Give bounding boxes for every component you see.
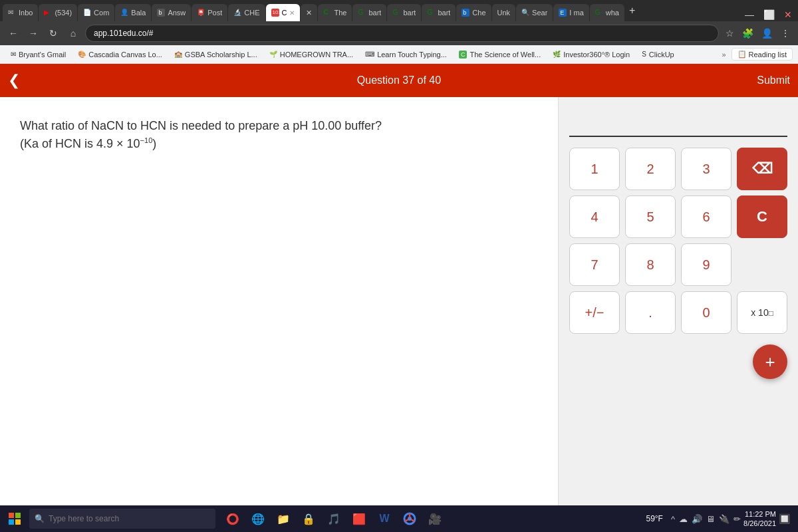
reading-list-button[interactable]: 📋 Reading list <box>732 48 793 61</box>
bookmark-cascadia[interactable]: 🎨 Cascadia Canvas Lo... <box>72 49 168 60</box>
calc-btn-0[interactable]: 0 <box>681 291 732 334</box>
calc-btn-decimal[interactable]: . <box>625 291 676 334</box>
calc-btn-9[interactable]: 9 <box>681 243 732 286</box>
taskbar-app-spotify[interactable]: 🎵 <box>322 507 346 531</box>
question-text: What ratio of NaCN to HCN is needed to p… <box>20 117 538 153</box>
taskbar-app-store[interactable]: 🔒 <box>297 507 321 531</box>
tab-bart2[interactable]: G bart <box>387 4 421 21</box>
taskbar-time: 11:22 PM <box>743 509 776 519</box>
calculator-panel: 1 2 3 ⌫ 4 5 6 C 7 8 9 +/− . 0 x 10□ <box>559 97 798 512</box>
calc-btn-x10[interactable]: x 10□ <box>737 291 787 334</box>
svg-rect-0 <box>9 513 14 518</box>
tab-unk[interactable]: Unk <box>492 4 516 21</box>
taskbar-app-edge[interactable]: 🌐 <box>246 507 270 531</box>
tab-the[interactable]: C The <box>318 4 352 21</box>
bookmark-homegrown[interactable]: 🌱 HOMEGROWN TRA... <box>264 49 358 60</box>
calc-btn-6[interactable]: 6 <box>681 196 732 238</box>
tab-x[interactable]: ✕ <box>301 4 317 21</box>
tab-label-bart2: bart <box>403 9 416 17</box>
bookmark-gmail[interactable]: ✉ Bryant's Gmail <box>5 49 71 60</box>
submit-button[interactable]: Submit <box>757 74 790 86</box>
post-favicon: 📮 <box>197 9 205 17</box>
calc-btn-4[interactable]: 4 <box>569 196 620 238</box>
notification-icon[interactable]: 🔲 <box>779 513 790 524</box>
tab-ima[interactable]: E I ma <box>553 4 589 21</box>
maximize-button[interactable]: ⬜ <box>760 8 778 21</box>
bookmark-science-label: The Science of Well... <box>469 51 541 59</box>
gsba-favicon: 🏫 <box>174 51 182 58</box>
taskbar-app-office[interactable]: 🟥 <box>347 507 371 531</box>
calc-btn-plusminus[interactable]: +/− <box>569 291 620 334</box>
tab-label-youtube: (534) <box>55 9 72 17</box>
tab-bart1[interactable]: G bart <box>352 4 386 21</box>
forward-button[interactable]: → <box>25 25 41 41</box>
bookmark-investor[interactable]: 🌿 Investor360°® Login <box>547 49 635 60</box>
back-button[interactable]: ← <box>5 25 21 41</box>
tab-sear[interactable]: 🔍 Sear <box>516 4 553 21</box>
bookmarks-more[interactable]: » <box>718 49 730 60</box>
bookmark-clickup[interactable]: S ClickUp <box>636 49 680 60</box>
svg-rect-1 <box>15 513 21 518</box>
new-tab-button[interactable]: + <box>625 5 639 17</box>
tab-com[interactable]: 📄 Com <box>78 4 114 21</box>
back-question-button[interactable]: ❮ <box>8 72 20 89</box>
tab-post[interactable]: 📮 Post <box>192 4 227 21</box>
taskbar-app-chrome[interactable] <box>398 507 422 531</box>
calc-btn-3[interactable]: 3 <box>681 148 732 190</box>
reading-list-label: Reading list <box>749 51 787 59</box>
taskbar-sys-icons: ^ ☁ 🔊 🖥 🔌 ✏ <box>671 514 741 524</box>
taskbar-app-cortana[interactable]: ⭕ <box>221 507 245 531</box>
science-favicon: C <box>459 51 467 59</box>
question-line2-start: (Ka of HCN is 4.9 × 10 <box>20 137 140 150</box>
taskbar-right: 59°F ^ ☁ 🔊 🖥 🔌 ✏ 11:22 PM 8/26/2021 🔲 <box>646 509 795 529</box>
question-line2-end: ) <box>152 137 156 150</box>
tab-che2[interactable]: b Che <box>456 4 491 21</box>
calc-btn-5[interactable]: 5 <box>625 196 676 238</box>
browser-menu-button[interactable]: ⋮ <box>778 27 793 40</box>
home-button[interactable]: ⌂ <box>65 25 81 41</box>
network-icon: ^ <box>671 514 675 524</box>
close-button[interactable]: ✕ <box>781 8 795 21</box>
tab-label-bart1: bart <box>368 9 381 17</box>
tab-bart3[interactable]: G bart <box>422 4 456 21</box>
start-button[interactable] <box>3 507 27 531</box>
clickup-favicon: S <box>642 51 646 58</box>
taskbar-app-explorer[interactable]: 📁 <box>271 507 295 531</box>
tab-youtube[interactable]: ▶ (534) <box>39 4 77 21</box>
tab-che[interactable]: 🔬 CHE <box>228 4 265 21</box>
extensions-button[interactable]: 🧩 <box>739 27 756 40</box>
calc-btn-8[interactable]: 8 <box>625 243 676 286</box>
tab-wha[interactable]: G wha <box>590 4 624 21</box>
calc-btn-7[interactable]: 7 <box>569 243 620 286</box>
address-bar: ← → ↻ ⌂ ☆ 🧩 👤 ⋮ <box>0 21 798 45</box>
bookmark-gmail-label: Bryant's Gmail <box>19 51 66 59</box>
taskbar-app-camera[interactable]: 🎥 <box>423 507 447 531</box>
address-input[interactable] <box>85 25 719 42</box>
app-area: ❮ Question 37 of 40 Submit What ratio of… <box>0 64 798 512</box>
browser-action-icons: ☆ 🧩 👤 ⋮ <box>723 27 793 40</box>
calc-btn-clear[interactable]: C <box>737 196 787 238</box>
calc-btn-2[interactable]: 2 <box>625 148 676 190</box>
taskbar-app-word[interactable]: W <box>372 507 396 531</box>
tab-gmail[interactable]: ✉ Inbo <box>3 4 38 21</box>
tab-label-gmail: Inbo <box>19 9 33 17</box>
tab-label-the: The <box>334 9 346 17</box>
bookmark-science[interactable]: C The Science of Well... <box>454 49 546 60</box>
tab-close-101c[interactable]: ✕ <box>289 9 295 17</box>
tab-label-wha: wha <box>606 9 619 17</box>
calc-add-button[interactable]: + <box>753 344 787 379</box>
refresh-button[interactable]: ↻ <box>45 25 61 41</box>
minimize-button[interactable]: — <box>741 8 757 21</box>
bookmark-gsba[interactable]: 🏫 GSBA Scholarship L... <box>169 49 263 60</box>
taskbar-search-input[interactable] <box>49 514 210 523</box>
tab-answ[interactable]: b Answ <box>152 4 191 21</box>
bookmark-typing[interactable]: ⌨ Learn Touch Typing... <box>360 49 452 60</box>
tab-101c[interactable]: 101 C ✕ <box>266 4 301 21</box>
bookmark-star-button[interactable]: ☆ <box>723 27 737 40</box>
browser-chrome: ✉ Inbo ▶ (534) 📄 Com 👤 Bala b Answ 📮 Pos… <box>0 0 798 64</box>
calc-btn-1[interactable]: 1 <box>569 148 620 190</box>
taskbar-search-box[interactable]: 🔍 <box>29 509 215 529</box>
calc-btn-backspace[interactable]: ⌫ <box>737 148 787 190</box>
tab-bala[interactable]: 👤 Bala <box>115 4 151 21</box>
profile-button[interactable]: 👤 <box>759 27 775 40</box>
